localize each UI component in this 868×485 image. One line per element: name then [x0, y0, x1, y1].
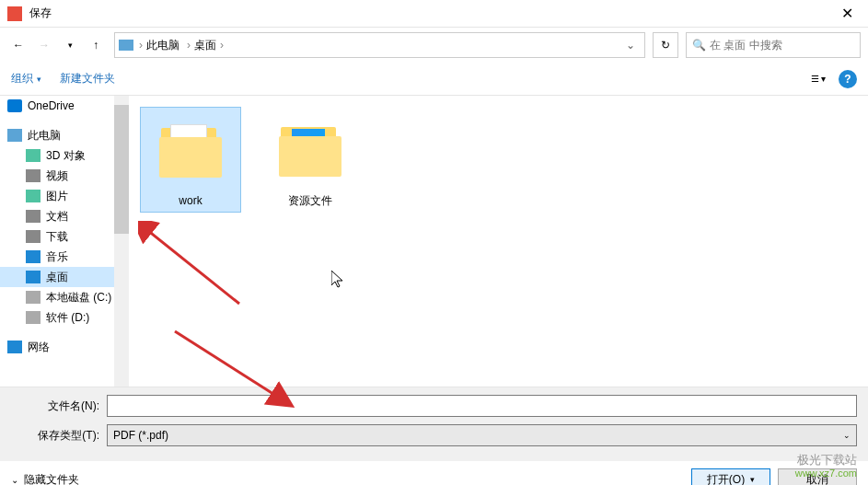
- sidebar-item-label: 视频: [46, 168, 68, 184]
- back-button[interactable]: ←: [7, 34, 29, 56]
- open-button[interactable]: 打开(O)▾: [691, 468, 770, 485]
- desktop-icon: [26, 271, 41, 283]
- sidebar-item-label: 音乐: [46, 249, 68, 265]
- sidebar-item-disk[interactable]: 本地磁盘 (C:): [0, 287, 129, 307]
- view-mode-button[interactable]: ☰ ▾: [805, 69, 831, 89]
- sidebar-item-pc[interactable]: 此电脑: [0, 125, 129, 145]
- cursor-pointer-icon: [331, 271, 346, 293]
- window-title: 保存: [29, 6, 834, 21]
- main-area: OneDrive此电脑3D 对象视频图片文档下载音乐桌面本地磁盘 (C:)软件 …: [0, 96, 868, 387]
- filename-label: 文件名(N):: [11, 398, 107, 414]
- content-area[interactable]: work资源文件: [129, 96, 868, 387]
- filetype-label: 保存类型(T):: [11, 428, 107, 444]
- sidebar-item-disk[interactable]: 软件 (D:): [0, 307, 129, 328]
- breadcrumb-current[interactable]: 桌面: [194, 38, 216, 53]
- video-icon: [26, 169, 41, 182]
- disk-icon: [26, 311, 41, 324]
- bottom-panel: 文件名(N): 保存类型(T): PDF (*.pdf) ⌄: [0, 387, 868, 461]
- sidebar-scrollbar-thumb[interactable]: [114, 105, 129, 234]
- organize-button[interactable]: 组织▾: [11, 71, 41, 87]
- forward-button[interactable]: →: [33, 34, 55, 56]
- location-icon: [119, 40, 133, 51]
- chevron-down-icon: ⌄: [843, 431, 851, 440]
- sidebar-item-label: OneDrive: [28, 99, 75, 112]
- sidebar-item-label: 此电脑: [28, 128, 61, 144]
- sidebar-item-label: 本地磁盘 (C:): [46, 290, 111, 306]
- chevron-down-icon: ▾: [750, 475, 755, 484]
- documents-icon: [26, 210, 41, 223]
- sidebar-item-label: 下载: [46, 229, 68, 245]
- sidebar-item-label: 文档: [46, 209, 68, 225]
- sidebar-item-label: 3D 对象: [46, 148, 86, 164]
- chevron-down-icon: ⌄: [11, 475, 18, 485]
- music-icon: [26, 250, 41, 263]
- sidebar-item-label: 桌面: [46, 270, 68, 285]
- navigation-bar: ← → ▾ ↑ › 此电脑 › 桌面 › ⌄ ↻ 🔍: [0, 28, 868, 63]
- titlebar: 保存 ✕: [0, 0, 868, 28]
- filetype-value: PDF (*.pdf): [113, 429, 168, 442]
- disk-icon: [26, 291, 41, 304]
- sidebar-item-label: 软件 (D:): [46, 310, 89, 326]
- sidebar: OneDrive此电脑3D 对象视频图片文档下载音乐桌面本地磁盘 (C:)软件 …: [0, 96, 129, 387]
- breadcrumb[interactable]: › 此电脑 › 桌面 › ⌄: [114, 32, 645, 58]
- hide-folders-toggle[interactable]: ⌄ 隐藏文件夹: [11, 472, 79, 486]
- search-icon: 🔍: [692, 39, 706, 52]
- up-button[interactable]: ↑: [85, 34, 107, 56]
- sidebar-item-documents[interactable]: 文档: [0, 206, 129, 226]
- search-box[interactable]: 🔍: [686, 32, 861, 58]
- breadcrumb-dropdown-icon[interactable]: ⌄: [620, 39, 641, 52]
- folder-icon: [159, 124, 222, 178]
- refresh-button[interactable]: ↻: [653, 32, 678, 58]
- new-folder-button[interactable]: 新建文件夹: [60, 71, 115, 87]
- breadcrumb-root[interactable]: 此电脑: [146, 38, 179, 53]
- footer: ⌄ 隐藏文件夹 打开(O)▾ 取消: [0, 461, 868, 485]
- recent-dropdown[interactable]: ▾: [59, 34, 81, 56]
- app-icon: [7, 6, 22, 21]
- sidebar-item-label: 图片: [46, 189, 68, 204]
- sidebar-item-music[interactable]: 音乐: [0, 247, 129, 267]
- search-input[interactable]: [710, 39, 854, 52]
- folder-item[interactable]: work: [140, 107, 241, 213]
- downloads-icon: [26, 230, 41, 243]
- filetype-select[interactable]: PDF (*.pdf) ⌄: [107, 424, 857, 446]
- pc-icon: [7, 129, 22, 142]
- sidebar-item-onedrive[interactable]: OneDrive: [0, 96, 129, 116]
- 3d-icon: [26, 149, 41, 162]
- filename-input[interactable]: [107, 395, 857, 417]
- sidebar-item-label: 网络: [28, 340, 50, 355]
- onedrive-icon: [7, 99, 22, 112]
- cancel-button[interactable]: 取消: [778, 468, 857, 485]
- sidebar-item-pictures[interactable]: 图片: [0, 186, 129, 206]
- close-icon[interactable]: ✕: [834, 5, 861, 22]
- sidebar-item-video[interactable]: 视频: [0, 166, 129, 186]
- sidebar-item-3d[interactable]: 3D 对象: [0, 145, 129, 166]
- pictures-icon: [26, 190, 41, 202]
- folder-label: 资源文件: [263, 193, 357, 209]
- sidebar-item-network[interactable]: 网络: [0, 337, 129, 357]
- sidebar-item-downloads[interactable]: 下载: [0, 226, 129, 247]
- toolbar: 组织▾ 新建文件夹 ☰ ▾ ?: [0, 63, 868, 96]
- sidebar-item-desktop[interactable]: 桌面: [0, 267, 129, 287]
- network-icon: [7, 341, 22, 353]
- folder-item[interactable]: 资源文件: [260, 107, 361, 213]
- folder-label: work: [145, 194, 237, 207]
- sidebar-scrollbar[interactable]: [114, 96, 129, 387]
- help-button[interactable]: ?: [839, 70, 857, 88]
- folder-icon: [279, 123, 341, 177]
